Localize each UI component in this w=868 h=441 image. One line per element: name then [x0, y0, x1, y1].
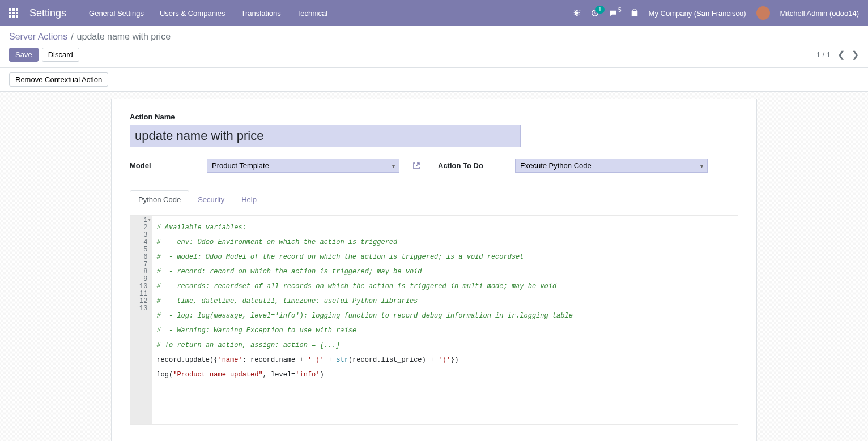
code-line-10: record.update({'name': record.name + ' (… — [156, 356, 458, 364]
svg-rect-5 — [16, 12, 18, 14]
action-todo-select[interactable] — [515, 159, 708, 173]
tab-help[interactable]: Help — [233, 190, 265, 208]
action-todo-label: Action To Do — [438, 161, 506, 170]
save-button[interactable]: Save — [9, 48, 39, 62]
discard-button[interactable]: Discard — [42, 48, 79, 62]
pager-next[interactable]: ❯ — [852, 49, 859, 60]
model-select[interactable] — [207, 159, 399, 173]
top-nav: Settings General Settings Users & Compan… — [0, 0, 868, 26]
pager-text: 1 / 1 — [816, 50, 831, 59]
gift-icon[interactable] — [631, 9, 639, 17]
apps-icon[interactable] — [9, 8, 18, 18]
svg-rect-4 — [12, 12, 15, 14]
svg-rect-7 — [12, 15, 15, 18]
tab-python-code[interactable]: Python Code — [130, 190, 189, 208]
svg-rect-2 — [16, 8, 18, 11]
nav-menu: General Settings Users & Companies Trans… — [89, 9, 327, 18]
chat-icon[interactable]: 5 — [609, 9, 620, 17]
form-sheet: Action Name Model ▾ Action To Do ▾ — [111, 99, 757, 441]
external-link-icon[interactable] — [412, 161, 421, 170]
control-panel: Server Actions / update name with price … — [0, 26, 868, 68]
pager-prev[interactable]: ❮ — [837, 49, 845, 60]
clock-icon[interactable]: 1 — [591, 9, 599, 17]
activity-badge: 1 — [595, 6, 605, 14]
svg-rect-0 — [9, 8, 11, 11]
menu-technical[interactable]: Technical — [297, 9, 327, 18]
action-name-label: Action Name — [130, 113, 738, 121]
breadcrumb-sep: / — [71, 32, 73, 42]
menu-general-settings[interactable]: General Settings — [89, 9, 144, 18]
breadcrumb-root[interactable]: Server Actions — [9, 32, 67, 42]
tab-security[interactable]: Security — [189, 190, 233, 208]
svg-rect-6 — [9, 15, 11, 18]
action-bar: Remove Contextual Action — [0, 68, 868, 92]
breadcrumb: Server Actions / update name with price — [9, 32, 859, 42]
app-title[interactable]: Settings — [29, 7, 66, 19]
breadcrumb-current: update name with price — [77, 32, 171, 42]
user-menu[interactable]: Mitchell Admin (odoo14) — [780, 9, 859, 18]
bug-icon[interactable] — [573, 9, 581, 17]
menu-users-companies[interactable]: Users & Companies — [160, 9, 225, 18]
code-gutter: 12345678910111213 — [130, 216, 152, 424]
content-area: Action Name Model ▾ Action To Do ▾ — [0, 92, 868, 441]
company-selector[interactable]: My Company (San Francisco) — [649, 9, 746, 18]
code-editor[interactable]: 12345678910111213 # Available variables:… — [130, 215, 738, 425]
avatar[interactable] — [756, 6, 770, 20]
svg-rect-1 — [12, 8, 15, 11]
action-name-input[interactable] — [130, 125, 521, 147]
pager: 1 / 1 ❮ ❯ — [816, 49, 859, 60]
svg-point-9 — [575, 11, 578, 14]
remove-contextual-button[interactable]: Remove Contextual Action — [9, 72, 108, 87]
svg-rect-3 — [9, 12, 11, 14]
action-buttons: Save Discard — [9, 48, 79, 62]
nav-right: 1 5 My Company (San Francisco) Mitchell … — [573, 6, 859, 20]
code-body[interactable]: # Available variables: # - env: Odoo Env… — [152, 216, 738, 424]
svg-rect-8 — [16, 15, 18, 18]
tabs: Python Code Security Help — [130, 190, 738, 208]
menu-translations[interactable]: Translations — [241, 9, 281, 18]
chat-badge: 5 — [618, 7, 622, 13]
code-line-11: log("Product name updated", level='info'… — [156, 371, 324, 379]
model-label: Model — [130, 161, 198, 170]
